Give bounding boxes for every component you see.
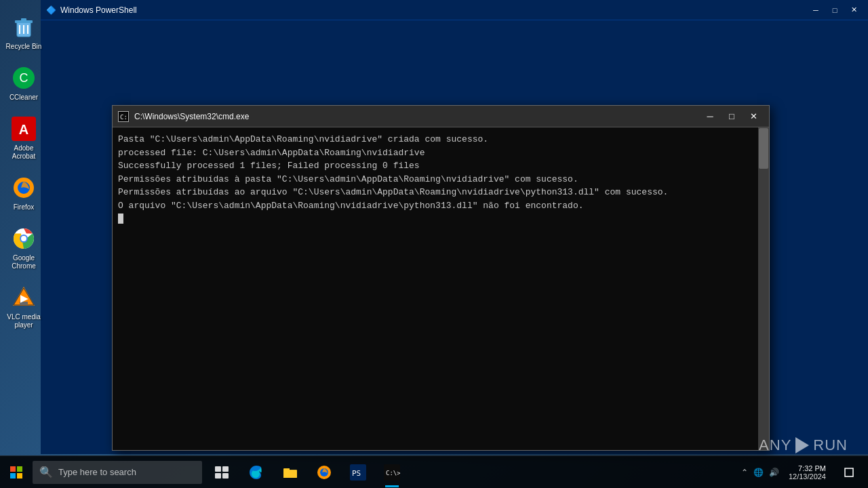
svg-text:C:\: C:\ <box>120 114 127 121</box>
svg-text:PS: PS <box>352 469 361 478</box>
search-icon: 🔍 <box>39 466 53 479</box>
svg-rect-22 <box>222 466 229 472</box>
cmd-line: processed file: C:\Users\admin\AppData\R… <box>118 146 751 160</box>
ccleaner-label: CCleaner <box>9 94 38 102</box>
windows-logo-icon <box>10 466 22 479</box>
cmd-line: Permissões atribuídas à pasta "C:\Users\… <box>118 173 751 186</box>
firefox-icon <box>10 174 37 201</box>
taskbar-app-edge[interactable] <box>240 456 273 489</box>
powershell-title-text: Windows PowerShell <box>60 5 137 15</box>
adobe-label: Adobe Acrobat <box>2 144 45 161</box>
cmd-line: Permissões atribuídas ao arquivo "C:\Use… <box>118 186 751 199</box>
taskbar-app-task-view[interactable] <box>206 456 239 489</box>
cmd-maximize-button[interactable]: □ <box>722 110 742 123</box>
svg-rect-21 <box>215 466 221 472</box>
cmd-cursor <box>118 214 123 224</box>
adobe-icon: A <box>10 115 37 142</box>
svg-rect-27 <box>283 470 297 478</box>
tray-chevron-icon[interactable]: ⌃ <box>741 468 748 477</box>
cmd-window-icon: C:\ <box>118 111 129 122</box>
desktop-icon-adobe[interactable]: A Adobe Acrobat <box>2 115 45 161</box>
svg-text:▶: ▶ <box>20 293 28 304</box>
taskbar-apps: PS C:\>_ <box>206 456 408 489</box>
desktop-icon-recycle-bin[interactable]: Recycle Bin <box>2 14 45 51</box>
powershell-titlebar: 🔷 Windows PowerShell ─ □ ✕ <box>41 0 868 20</box>
chrome-icon <box>10 225 37 252</box>
taskbar-app-file-explorer[interactable] <box>274 456 307 489</box>
cmd-content[interactable]: Pasta "C:\Users\admin\AppData\Roaming\nv… <box>113 127 769 450</box>
recycle-bin-icon <box>10 14 37 41</box>
cmd-close-button[interactable]: ✕ <box>743 110 764 123</box>
powershell-maximize-button[interactable]: □ <box>826 3 844 17</box>
svg-text:A: A <box>19 122 28 137</box>
taskbar-clock[interactable]: 7:32 PM 12/13/2024 <box>789 464 833 481</box>
desktop: 🔷 Windows PowerShell ─ □ ✕ <box>0 0 868 488</box>
svg-rect-24 <box>222 473 229 479</box>
notification-button[interactable] <box>835 456 863 489</box>
start-button[interactable] <box>0 456 33 489</box>
vlc-label: VLC media player <box>2 313 45 329</box>
cmd-cursor-line <box>118 212 751 226</box>
taskbar-app-firefox-tb[interactable] <box>308 456 340 489</box>
ccleaner-icon: C <box>10 64 37 92</box>
scrollbar-thumb[interactable] <box>759 128 768 169</box>
cmd-titlebar: C:\ C:\Windows\System32\cmd.exe ─ □ ✕ <box>113 106 769 127</box>
vlc-icon: ▶ <box>10 284 37 311</box>
cmd-line: Successfully processed 1 files; Failed p… <box>118 159 751 173</box>
powershell-icon: 🔷 <box>46 5 56 15</box>
desktop-icons: Recycle Bin C CCleaner A Adobe Acrobat <box>0 7 47 336</box>
cmd-controls: ─ □ ✕ <box>700 110 764 123</box>
taskbar: 🔍 Type here to search <box>0 455 868 488</box>
clock-time: 7:32 PM <box>789 464 826 472</box>
cmd-line: O arquivo "C:\Users\admin\AppData\Roamin… <box>118 199 751 213</box>
search-placeholder: Type here to search <box>58 467 136 477</box>
tray-network-icon[interactable]: 🌐 <box>753 468 764 477</box>
powershell-minimize-button[interactable]: ─ <box>807 3 825 17</box>
svg-text:C:\>_: C:\>_ <box>386 470 400 476</box>
clock-date: 12/13/2024 <box>789 472 826 481</box>
svg-rect-23 <box>215 473 221 479</box>
powershell-controls: ─ □ ✕ <box>807 3 863 17</box>
taskbar-search[interactable]: 🔍 Type here to search <box>33 461 202 484</box>
powershell-title: 🔷 Windows PowerShell <box>46 5 802 15</box>
desktop-icon-vlc[interactable]: ▶ VLC media player <box>2 284 45 329</box>
cmd-title-text: C:\Windows\System32\cmd.exe <box>134 112 694 121</box>
sys-tray: ⌃ 🌐 🔊 <box>734 456 786 489</box>
desktop-icon-chrome[interactable]: Google Chrome <box>2 225 45 270</box>
tray-volume-icon[interactable]: 🔊 <box>769 468 779 477</box>
cmd-line: Pasta "C:\Users\admin\AppData\Roaming\nv… <box>118 133 751 146</box>
cmd-window: C:\ C:\Windows\System32\cmd.exe ─ □ ✕ Pa… <box>112 105 770 451</box>
cmd-minimize-button[interactable]: ─ <box>700 110 720 123</box>
recycle-bin-label: Recycle Bin <box>6 43 42 51</box>
powershell-close-button[interactable]: ✕ <box>845 3 863 17</box>
chrome-label: Google Chrome <box>2 254 45 270</box>
taskbar-app-cmd-tb[interactable]: C:\>_ <box>376 456 408 489</box>
cmd-output: Pasta "C:\Users\admin\AppData\Roaming\nv… <box>118 133 764 226</box>
firefox-label: Firefox <box>14 203 35 211</box>
svg-point-14 <box>21 236 26 241</box>
desktop-icon-firefox[interactable]: Firefox <box>2 174 45 211</box>
svg-rect-2 <box>21 18 26 21</box>
taskbar-right: ⌃ 🌐 🔊 7:32 PM 12/13/2024 <box>734 456 868 489</box>
taskbar-app-powershell-tb[interactable]: PS <box>342 456 374 489</box>
desktop-icon-ccleaner[interactable]: C CCleaner <box>2 64 45 102</box>
cmd-scrollbar[interactable] <box>758 127 769 450</box>
svg-text:C: C <box>20 71 28 85</box>
